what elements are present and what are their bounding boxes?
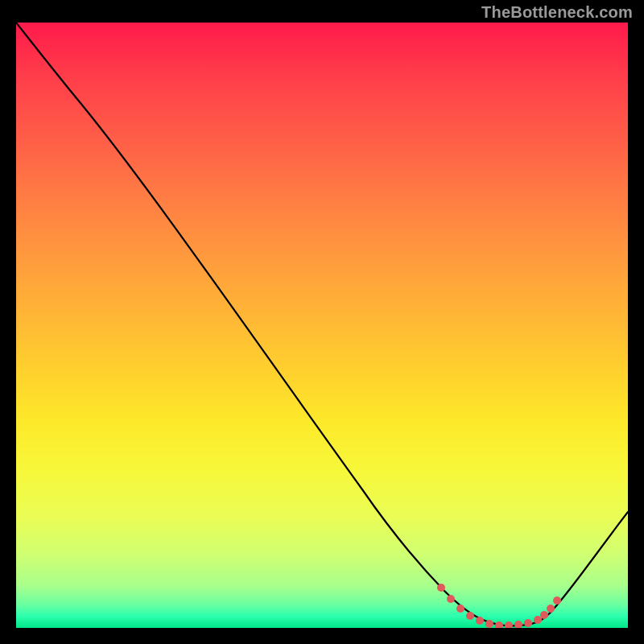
svg-point-6	[495, 621, 503, 628]
svg-point-4	[476, 617, 484, 625]
highlight-dots	[437, 584, 561, 628]
plot-area	[16, 23, 628, 628]
chart-frame: TheBottleneck.com	[0, 0, 644, 644]
svg-point-2	[456, 605, 464, 613]
bottleneck-curve	[16, 23, 628, 628]
curve-path	[16, 23, 628, 626]
svg-point-11	[540, 611, 548, 619]
svg-point-5	[485, 620, 493, 628]
svg-point-0	[437, 584, 445, 592]
svg-point-9	[524, 619, 532, 627]
svg-point-1	[447, 595, 455, 603]
svg-point-7	[505, 621, 513, 628]
svg-point-12	[547, 605, 555, 613]
svg-point-8	[514, 621, 522, 628]
svg-point-13	[553, 597, 561, 605]
watermark-text: TheBottleneck.com	[481, 3, 633, 22]
svg-point-3	[466, 612, 474, 620]
svg-point-10	[534, 616, 542, 624]
